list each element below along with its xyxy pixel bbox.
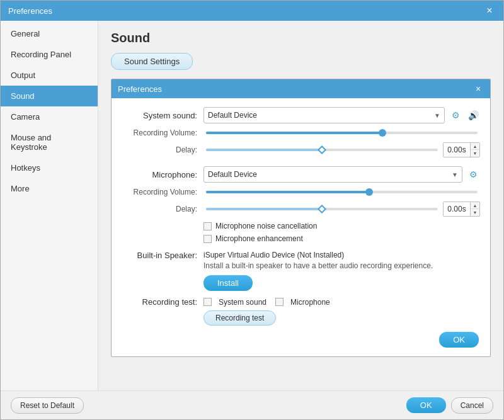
noise-cancellation-checkbox[interactable]	[203, 222, 212, 230]
system-sound-test-checkbox[interactable]	[203, 298, 212, 306]
system-volume-slider[interactable]	[203, 132, 480, 134]
cancel-button[interactable]: Cancel	[451, 397, 493, 414]
system-recording-volume-row: Recording Volume:	[122, 128, 480, 137]
system-delay-track	[206, 149, 438, 151]
mic-volume-slider[interactable]	[203, 191, 480, 193]
content-area: Sound Sound Settings Preferences × Syste…	[98, 21, 503, 390]
system-delay-label: Delay:	[122, 145, 203, 154]
system-volume-track	[206, 132, 478, 134]
microphone-test-item: Microphone	[275, 298, 330, 307]
inner-close-button[interactable]: ×	[472, 83, 484, 94]
inner-dialog-title: Preferences	[118, 84, 472, 94]
builtin-speaker-sub: Install a built-in speaker to have a bet…	[203, 261, 480, 270]
system-recording-volume-label: Recording Volume:	[122, 128, 203, 137]
mic-delay-thumb-diamond	[318, 205, 326, 213]
sidebar-item-camera[interactable]: Camera	[1, 106, 98, 127]
recording-test-button[interactable]: Recording test	[203, 310, 276, 326]
mic-recording-volume-row: Recording Volume:	[122, 188, 480, 196]
system-delay-value-box: ▲ ▼	[443, 142, 480, 157]
page-title: Sound	[111, 31, 491, 45]
system-sound-label: System sound:	[122, 111, 203, 120]
system-sound-row: System sound: Default Device ▼ ⚙ 🔊	[122, 107, 480, 123]
microphone-test-label: Microphone	[290, 298, 330, 307]
system-delay-thumb-diamond	[318, 145, 326, 154]
mic-delay-track	[206, 208, 438, 210]
title-bar: Preferences ×	[1, 1, 503, 21]
mic-enhancement-label: Microphone enhancement	[215, 234, 303, 243]
sidebar-item-general[interactable]: General	[1, 23, 98, 44]
recording-test-row: Recording test: System sound Microphone	[122, 297, 480, 307]
system-delay-arrows: ▲ ▼	[470, 143, 479, 157]
system-sound-dropdown-container: Default Device ▼ ⚙ 🔊	[203, 107, 480, 123]
builtin-speaker-text: iSuper Virtual Audio Device (Not Install…	[203, 251, 480, 270]
recording-test-options: System sound Microphone	[203, 298, 330, 307]
microphone-dropdown-arrow: ▼	[452, 171, 458, 178]
noise-cancellation-label: Microphone noise cancellation	[215, 222, 317, 230]
window-title: Preferences	[8, 6, 483, 16]
window-close-button[interactable]: ×	[483, 4, 496, 17]
mic-recording-volume-label: Recording Volume:	[122, 188, 203, 196]
builtin-speaker-main: iSuper Virtual Audio Device (Not Install…	[203, 251, 480, 259]
sidebar-item-mouse-keystroke[interactable]: Mouse and Keystroke	[1, 127, 98, 157]
mic-delay-value-box: ▲ ▼	[443, 201, 480, 217]
bottom-bar: Reset to Default OK Cancel	[1, 390, 503, 419]
system-sound-settings-icon[interactable]: ⚙	[449, 108, 462, 122]
sidebar-item-more[interactable]: More	[1, 178, 98, 199]
main-content: General Recording Panel Output Sound Cam…	[1, 21, 503, 390]
mic-delay-arrows: ▲ ▼	[470, 202, 479, 216]
sound-settings-button[interactable]: Sound Settings	[111, 53, 193, 70]
system-sound-dropdown-arrow: ▼	[434, 112, 440, 119]
system-volume-fill	[206, 132, 382, 134]
microphone-dropdown-value: Default Device	[208, 170, 257, 179]
mic-volume-fill	[206, 191, 369, 193]
sidebar-item-sound[interactable]: Sound	[1, 86, 98, 106]
microphone-dropdown[interactable]: Default Device ▼	[203, 166, 462, 183]
ok-button[interactable]: OK	[406, 397, 446, 413]
system-sound-test-item: System sound	[203, 298, 266, 307]
builtin-speaker-label: Built-in Speaker:	[122, 251, 203, 260]
mic-volume-thumb	[365, 188, 373, 196]
mic-volume-track	[206, 191, 478, 193]
sidebar-item-recording-panel[interactable]: Recording Panel	[1, 44, 98, 65]
microphone-test-checkbox[interactable]	[275, 298, 284, 306]
mic-delay-group: ▲ ▼	[203, 201, 480, 217]
mic-delay-row: Delay: ▲ ▼	[122, 201, 480, 217]
system-sound-test-label: System sound	[219, 298, 266, 307]
sidebar-item-hotkeys[interactable]: Hotkeys	[1, 157, 98, 178]
system-sound-dropdown[interactable]: Default Device ▼	[203, 107, 445, 123]
builtin-speaker-row: Built-in Speaker: iSuper Virtual Audio D…	[122, 251, 480, 270]
mic-delay-fill	[206, 208, 322, 210]
recording-test-label: Recording test:	[122, 297, 203, 307]
system-sound-speaker-icon[interactable]: 🔊	[466, 108, 480, 122]
mic-delay-down[interactable]: ▼	[471, 209, 479, 216]
system-delay-down[interactable]: ▼	[471, 150, 479, 157]
inner-title-bar: Preferences ×	[112, 79, 490, 98]
system-delay-input[interactable]	[444, 143, 470, 157]
mic-enhancement-checkbox[interactable]	[203, 235, 212, 243]
mic-enhancement-row: Microphone enhancement	[122, 234, 480, 243]
inner-dialog-body: System sound: Default Device ▼ ⚙ 🔊 Re	[112, 98, 490, 356]
install-button[interactable]: Install	[203, 275, 253, 291]
inner-preferences-dialog: Preferences × System sound: Default Devi…	[111, 79, 491, 357]
sidebar: General Recording Panel Output Sound Cam…	[1, 21, 98, 390]
sidebar-item-output[interactable]: Output	[1, 65, 98, 86]
system-volume-thumb	[379, 129, 386, 137]
reset-default-button[interactable]: Reset to Default	[11, 397, 84, 414]
noise-cancellation-row: Microphone noise cancellation	[122, 222, 480, 230]
system-sound-dropdown-value: Default Device	[208, 111, 257, 120]
microphone-label: Microphone:	[122, 170, 203, 179]
mic-delay-input[interactable]	[444, 202, 470, 216]
outer-window: Preferences × General Recording Panel Ou…	[0, 0, 504, 420]
microphone-dropdown-container: Default Device ▼ ⚙	[203, 166, 480, 183]
system-delay-up[interactable]: ▲	[471, 143, 479, 150]
system-delay-group: ▲ ▼	[203, 142, 480, 157]
mic-delay-label: Delay:	[122, 205, 203, 213]
inner-ok-button[interactable]: OK	[439, 332, 479, 348]
inner-ok-row: OK	[122, 332, 480, 348]
system-delay-fill	[206, 149, 322, 151]
microphone-row: Microphone: Default Device ▼ ⚙	[122, 166, 480, 183]
microphone-settings-icon[interactable]: ⚙	[466, 167, 480, 181]
system-delay-row: Delay: ▲ ▼	[122, 142, 480, 157]
mic-delay-up[interactable]: ▲	[471, 202, 479, 209]
